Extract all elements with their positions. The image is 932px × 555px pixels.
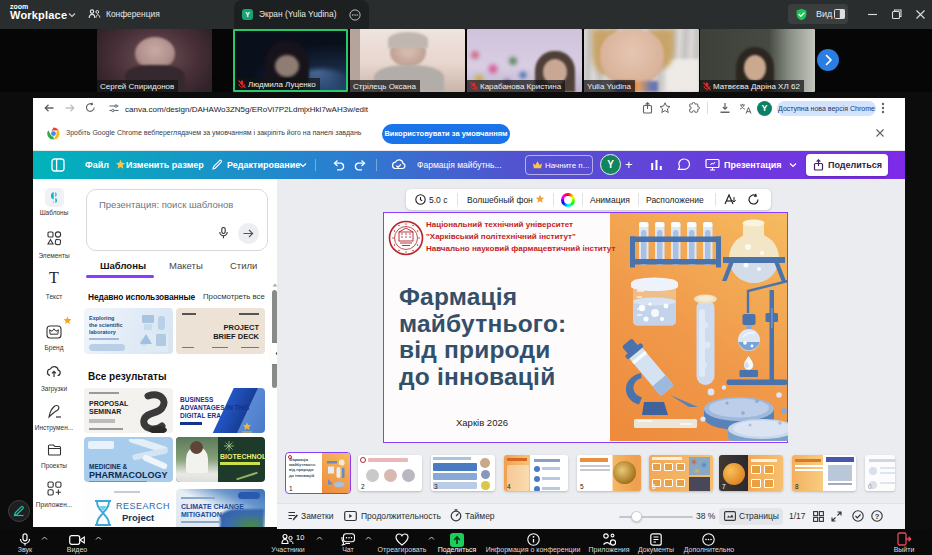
svg-text:?: ? — [875, 512, 880, 521]
